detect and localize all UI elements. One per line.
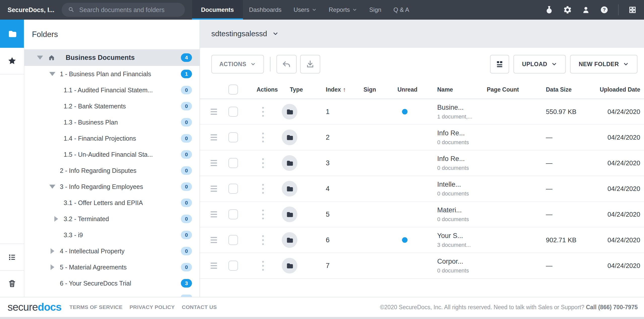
table-row[interactable]: 5 Materi... 0 documents — 04/24/2020 <box>200 202 644 227</box>
row-actions-menu-icon[interactable] <box>262 261 264 271</box>
folder-tree-item-3-1-offer-letters-and-epiia[interactable]: 3.1 - Offer Letters and EPIIA 0 <box>24 195 199 211</box>
footer-link-privacy-policy[interactable]: PRIVACY POLICY <box>130 304 175 310</box>
drag-handle-icon[interactable] <box>211 134 217 140</box>
folder-tree-item-1-2-bank-statements[interactable]: 1.2 - Bank Statements 0 <box>24 98 199 114</box>
new-folder-button[interactable]: NEW FOLDER <box>570 55 637 73</box>
tab-label: Sign <box>369 6 381 13</box>
rail-favorites-button[interactable] <box>0 48 24 74</box>
column-header-page-count[interactable]: Page Count <box>484 86 546 93</box>
nav-divider <box>618 4 619 15</box>
tree-expander-icon[interactable] <box>49 265 55 270</box>
folder-tree-item-1-5-un-audited-financial-sta[interactable]: 1.5 - Un-Audited Financial Sta... 0 <box>24 146 199 163</box>
row-actions-menu-icon[interactable] <box>262 107 264 117</box>
footer-link-contact-us[interactable]: CONTACT US <box>182 304 217 310</box>
column-header-uploaded-date[interactable]: Uploaded Date <box>582 86 644 93</box>
column-header-data-size[interactable]: Data Size <box>546 86 582 93</box>
download-button[interactable] <box>300 55 320 73</box>
folder-tree-item-3-info-regarding-employees[interactable]: 3 - Info Regarding Employees 0 <box>24 179 199 195</box>
rail-folders-button[interactable] <box>0 20 24 48</box>
table-row[interactable]: 1 Busine... 1 document,... 550.97 KB 04/… <box>200 99 644 125</box>
folder-tree-item-6-your-securedocs-trial[interactable]: 6 - Your SecureDocs Trial 3 <box>24 275 199 291</box>
tree-expander-icon[interactable] <box>53 216 59 221</box>
row-checkbox[interactable] <box>228 209 238 219</box>
folder-tree-item-3-2-terminated[interactable]: 3.2 - Terminated 0 <box>24 211 199 227</box>
tree-expander-icon[interactable] <box>37 55 43 60</box>
user-profile-button[interactable] <box>581 5 590 14</box>
row-actions-menu-icon[interactable] <box>262 184 264 194</box>
folder-tree-item-1-1-audited-financial-statem[interactable]: 1.1 - Audited Financial Statem... 0 <box>24 82 199 98</box>
row-checkbox[interactable] <box>228 184 238 194</box>
column-header-index[interactable]: Index ↑ <box>321 86 358 93</box>
row-name-cell[interactable]: Info Re... 0 documents <box>431 129 484 146</box>
tab-documents[interactable]: Documents <box>192 0 243 20</box>
column-header-actions[interactable]: Actions <box>257 86 282 93</box>
row-checkbox[interactable] <box>228 132 238 142</box>
lab-flask-button[interactable] <box>545 5 554 14</box>
row-actions-menu-icon[interactable] <box>262 235 264 245</box>
row-checkbox[interactable] <box>228 235 238 245</box>
select-all-checkbox[interactable] <box>228 85 238 95</box>
tab-dashboards[interactable]: Dashboards <box>243 0 288 20</box>
tab-reports[interactable]: Reports <box>323 0 363 20</box>
search-box[interactable] <box>62 3 185 17</box>
row-name-cell[interactable]: Corpor... 0 documents <box>431 258 484 274</box>
folder-tree-item-1-business-plan-and-financials[interactable]: 1 - Business Plan and Financials 1 <box>24 66 199 82</box>
rail-trash-button[interactable] <box>0 270 24 297</box>
table-row[interactable]: 4 Intelle... 0 documents — 04/24/2020 <box>200 176 644 202</box>
row-actions-menu-icon[interactable] <box>262 133 264 142</box>
folder-tree-item-5-material-agreements[interactable]: 5 - Material Agreements 0 <box>24 259 199 275</box>
table-row[interactable]: 7 Corpor... 0 documents — 04/24/2020 <box>200 253 644 279</box>
help-button[interactable] <box>600 5 609 14</box>
rail-activity-button[interactable] <box>0 244 24 270</box>
folder-tree-item-1-3-business-plan[interactable]: 1.3 - Business Plan 0 <box>24 114 199 130</box>
row-name-cell[interactable]: Your S... 3 document... <box>431 232 484 248</box>
row-actions-menu-icon[interactable] <box>262 210 264 219</box>
tree-expander-icon[interactable] <box>49 249 55 254</box>
tab-users[interactable]: Users <box>288 0 323 20</box>
row-name-cell[interactable]: Materi... 0 documents <box>431 206 484 223</box>
actions-button[interactable]: ACTIONS <box>211 55 264 73</box>
row-checkbox[interactable] <box>228 261 238 271</box>
tab-sign[interactable]: Sign <box>363 0 387 20</box>
upload-button[interactable]: UPLOAD <box>513 55 566 73</box>
row-name-cell[interactable]: Intelle... 0 documents <box>431 181 484 197</box>
footer-link-terms-of-service[interactable]: TERMS OF SERVICE <box>69 304 123 310</box>
table-row[interactable]: 3 Info Re... 0 documents — 04/24/2020 <box>200 150 644 176</box>
tree-expander-icon[interactable] <box>49 184 55 189</box>
drag-handle-icon[interactable] <box>211 160 217 166</box>
folder-label: 3 - Info Regarding Employees <box>60 183 143 190</box>
folder-icon <box>286 133 294 141</box>
row-actions-menu-icon[interactable] <box>262 158 264 168</box>
column-header-sign[interactable]: Sign <box>358 86 394 93</box>
column-header-unread[interactable]: Unread <box>394 86 431 93</box>
undo-button[interactable] <box>276 55 297 73</box>
card-view-toggle-button[interactable] <box>490 55 509 73</box>
help-icon <box>600 5 609 14</box>
row-name-cell[interactable]: Busine... 1 document,... <box>431 104 484 120</box>
row-checkbox[interactable] <box>228 158 238 168</box>
dataroom-selector[interactable]: sdtestingsalessd <box>211 29 279 38</box>
folder-tree-item-4-intellectual-property[interactable]: 4 - Intellectual Property 0 <box>24 243 199 259</box>
tree-expander-icon[interactable] <box>49 71 55 76</box>
table-row[interactable]: 2 Info Re... 0 documents — 04/24/2020 <box>200 125 644 150</box>
unread-count-badge: 0 <box>181 150 192 159</box>
folder-tree-item-3-3-i9[interactable]: 3.3 - i9 0 <box>24 227 199 243</box>
tab-q-a[interactable]: Q & A <box>387 0 415 20</box>
row-name-cell[interactable]: Info Re... 0 documents <box>431 155 484 171</box>
drag-handle-icon[interactable] <box>211 109 217 115</box>
drag-handle-icon[interactable] <box>211 186 217 192</box>
settings-gear-button[interactable] <box>563 5 572 14</box>
folder-tree-item-1-4-financial-projections[interactable]: 1.4 - Financial Projections 0 <box>24 130 199 146</box>
app-switcher-button[interactable] <box>628 5 637 14</box>
column-header-type[interactable]: Type <box>282 86 321 93</box>
search-input[interactable] <box>79 6 179 14</box>
column-header-name[interactable]: Name <box>431 86 484 93</box>
row-checkbox[interactable] <box>228 107 238 117</box>
drag-handle-icon[interactable] <box>211 263 217 269</box>
row-index: 6 <box>321 236 358 244</box>
table-row[interactable]: 6 Your S... 3 document... 902.71 KB 04/2… <box>200 227 644 253</box>
drag-handle-icon[interactable] <box>211 211 217 217</box>
folder-tree-item-business-documents[interactable]: Business Documents 4 <box>24 49 199 66</box>
folder-tree-item-2-info-regarding-disputes[interactable]: 2 - Info Regarding Disputes 0 <box>24 163 199 179</box>
drag-handle-icon[interactable] <box>211 237 217 243</box>
